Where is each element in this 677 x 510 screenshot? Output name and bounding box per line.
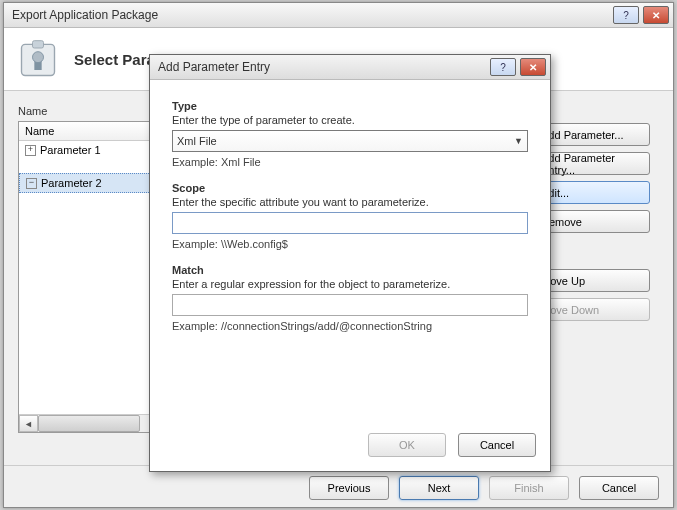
collapse-toggle-icon[interactable]: − [26, 178, 37, 189]
scroll-thumb[interactable] [38, 415, 140, 432]
type-section-title: Type [172, 100, 528, 112]
match-example: Example: //connectionStrings/add/@connec… [172, 320, 528, 332]
main-close-button[interactable]: ✕ [643, 6, 669, 24]
add-parameter-entry-dialog: Add Parameter Entry ? ✕ Type Enter the t… [149, 54, 551, 472]
type-example: Example: Xml File [172, 156, 528, 168]
main-titlebar: Export Application Package ? ✕ [4, 3, 673, 28]
next-button[interactable]: Next [399, 476, 479, 500]
modal-title: Add Parameter Entry [158, 60, 490, 74]
modal-footer: OK Cancel [150, 423, 550, 471]
scope-input[interactable] [172, 212, 528, 234]
modal-body: Type Enter the type of parameter to crea… [150, 80, 550, 423]
finish-button[interactable]: Finish [489, 476, 569, 500]
match-input[interactable] [172, 294, 528, 316]
svg-point-3 [33, 52, 44, 63]
previous-button[interactable]: Previous [309, 476, 389, 500]
modal-cancel-button[interactable]: Cancel [458, 433, 536, 457]
main-window-title: Export Application Package [12, 8, 613, 22]
type-dropdown-value: Xml File [177, 135, 217, 147]
type-dropdown[interactable]: Xml File ▼ [172, 130, 528, 152]
parameter-label: Parameter 2 [41, 177, 102, 189]
expand-toggle-icon[interactable]: + [25, 145, 36, 156]
match-section-title: Match [172, 264, 528, 276]
cancel-button[interactable]: Cancel [579, 476, 659, 500]
scope-example: Example: \\Web.config$ [172, 238, 528, 250]
match-section-desc: Enter a regular expression for the objec… [172, 278, 528, 290]
scope-section-title: Scope [172, 182, 528, 194]
main-help-button[interactable]: ? [613, 6, 639, 24]
modal-close-button[interactable]: ✕ [520, 58, 546, 76]
scope-section-desc: Enter the specific attribute you want to… [172, 196, 528, 208]
parameter-label: Parameter 1 [40, 144, 101, 156]
svg-rect-1 [33, 41, 44, 48]
chevron-down-icon: ▼ [514, 136, 523, 146]
scroll-left-icon[interactable]: ◄ [19, 415, 38, 432]
package-icon [16, 37, 60, 81]
ok-button[interactable]: OK [368, 433, 446, 457]
type-section-desc: Enter the type of parameter to create. [172, 114, 528, 126]
modal-help-button[interactable]: ? [490, 58, 516, 76]
modal-titlebar: Add Parameter Entry ? ✕ [150, 55, 550, 80]
